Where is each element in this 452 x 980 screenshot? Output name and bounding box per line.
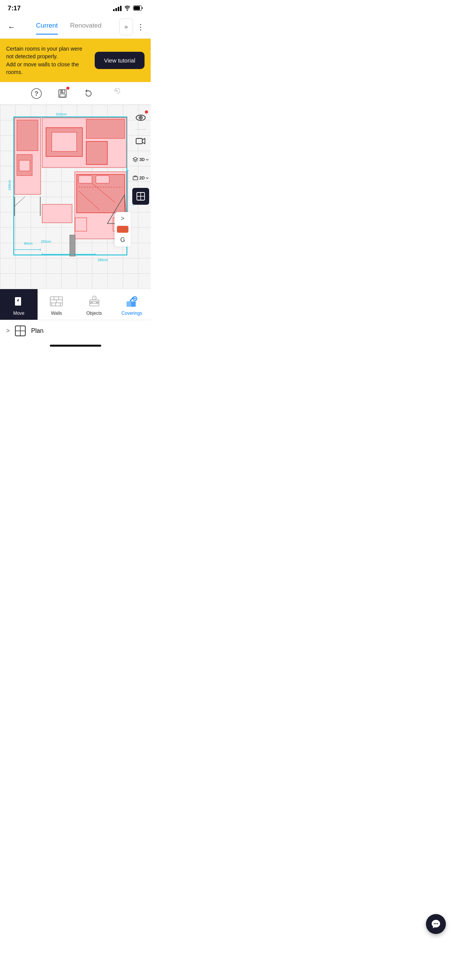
svg-text:80cm: 80cm [24,242,33,245]
walls-label: Walls [51,311,62,316]
home-indicator [50,345,101,347]
tab-bar: Current Renovated [18,22,119,32]
signal-icon [113,6,122,11]
video-button[interactable] [132,133,149,150]
bottom-bar: > Plan [0,320,151,342]
wifi-icon [124,5,131,12]
svg-text:249cm: 249cm [8,180,12,191]
visibility-button[interactable] [132,109,149,126]
svg-rect-16 [17,120,38,151]
material-letter-g[interactable]: G [120,237,125,243]
svg-rect-1 [134,6,140,10]
svg-rect-23 [86,141,107,164]
nav-item-coverings[interactable]: Coverings [113,289,151,320]
svg-rect-7 [61,90,62,92]
undo-button[interactable] [81,86,96,101]
plan-icon [13,324,27,338]
bottom-navigation: Move Walls [0,289,151,320]
svg-rect-51 [136,138,142,144]
bottom-bar-expand-button[interactable]: > [6,327,10,334]
svg-text:285cm: 285cm [97,258,108,262]
svg-point-83 [134,298,136,299]
header-actions: » ⋮ [119,18,146,35]
objects-label: Objects [86,311,102,316]
nav-item-walls[interactable]: Walls [38,289,75,320]
warning-banner: Certain rooms in your plan were not dete… [0,39,151,82]
side-panel-expand-button[interactable]: > [121,215,124,222]
color-swatch-red[interactable] [117,226,128,233]
svg-rect-26 [79,176,92,183]
save-button[interactable] [55,86,70,101]
nav-item-objects[interactable]: Objects [76,289,113,320]
svg-text:520cm: 520cm [56,112,66,116]
tab-current[interactable]: Current [36,22,58,32]
tab-renovated[interactable]: Renovated [70,22,102,32]
view-3d-button[interactable]: 3D [132,151,149,168]
view-tutorial-button[interactable]: View tutorial [95,52,145,69]
svg-line-36 [15,197,25,206]
status-time: 7:17 [8,5,21,12]
svg-point-50 [140,117,141,118]
svg-rect-6 [60,94,65,97]
status-bar: 7:17 [0,0,151,15]
battery-icon [133,5,143,12]
svg-rect-33 [42,204,72,223]
svg-rect-52 [133,177,138,180]
save-notification-dot [66,87,69,90]
right-toolbar: 3D 2D [131,105,151,289]
floor-plan-svg: 520cm 249cm 80cm 440cm 255cm 285cm [8,109,138,277]
svg-rect-75 [90,302,93,303]
right-toolbar-divider-1 [135,129,146,130]
svg-text:?: ? [35,90,38,97]
help-button[interactable]: ? [29,86,44,101]
nav-item-move[interactable]: Move [0,289,38,320]
svg-rect-37 [70,235,75,256]
svg-rect-22 [52,132,77,151]
coverings-icon [124,294,140,309]
status-icons [113,5,143,12]
move-icon [11,294,26,309]
back-button[interactable]: ← [5,21,18,33]
side-panel: > G [115,212,131,247]
bottom-bar-plan-label: Plan [31,327,43,334]
objects-icon [87,294,102,309]
visibility-notification-dot [145,110,148,113]
coverings-label: Coverings [122,311,142,316]
svg-rect-31 [75,218,87,231]
walls-icon [49,294,64,309]
more-tabs-button[interactable]: » [119,18,133,35]
move-label: Move [13,311,24,316]
view-2d-button[interactable]: 2D [132,169,149,186]
floor-plan-container[interactable]: 520cm 249cm 80cm 440cm 255cm 285cm [0,105,151,289]
svg-rect-81 [131,301,136,307]
svg-text:255cm: 255cm [41,240,51,243]
svg-rect-76 [96,302,98,303]
header: ← Current Renovated » ⋮ [0,15,151,39]
svg-rect-27 [96,176,109,183]
floor-plan-view-button[interactable] [132,188,149,205]
warning-text: Certain rooms in your plan were not dete… [6,45,90,76]
svg-rect-20 [86,119,125,138]
options-button[interactable]: ⋮ [135,18,146,35]
redo-button[interactable] [107,86,122,101]
svg-rect-18 [19,160,30,171]
svg-rect-80 [127,301,131,307]
toolbar-row: ? [0,82,151,105]
